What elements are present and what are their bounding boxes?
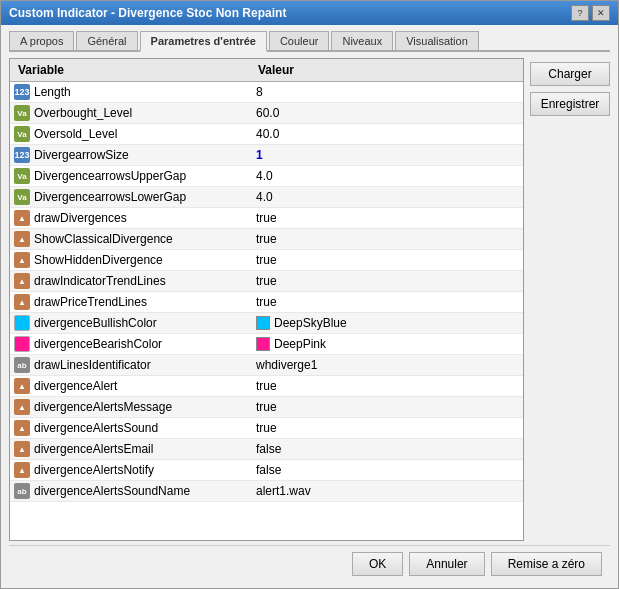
row-variable-cell: ▲divergenceAlertsNotify xyxy=(10,460,250,480)
row-variable-name: ShowHiddenDivergence xyxy=(34,253,163,267)
row-type-icon: ▲ xyxy=(14,252,30,268)
table-body: 123Length8VaOverbought_Level60.0VaOverso… xyxy=(10,82,523,502)
row-type-icon: ab xyxy=(14,483,30,499)
row-variable-name: divergenceAlertsSoundName xyxy=(34,484,190,498)
row-value-text: true xyxy=(256,211,277,225)
table-row[interactable]: ▲divergenceAlertsSoundtrue xyxy=(10,418,523,439)
row-type-icon: ▲ xyxy=(14,273,30,289)
table-row[interactable]: ▲divergenceAlerttrue xyxy=(10,376,523,397)
row-value-text: false xyxy=(256,463,281,477)
row-value-cell: false xyxy=(250,461,523,479)
table-row[interactable]: ▲ShowClassicalDivergencetrue xyxy=(10,229,523,250)
row-variable-cell: ▲ShowClassicalDivergence xyxy=(10,229,250,249)
row-variable-cell: ▲divergenceAlertsEmail xyxy=(10,439,250,459)
window-title: Custom Indicator - Divergence Stoc Non R… xyxy=(9,6,286,20)
row-value-text: true xyxy=(256,253,277,267)
col-variable: Variable xyxy=(14,61,254,79)
enregistrer-button[interactable]: Enregistrer xyxy=(530,92,610,116)
table-row[interactable]: VaDivergencearrowsLowerGap4.0 xyxy=(10,187,523,208)
ok-button[interactable]: OK xyxy=(352,552,403,576)
row-variable-cell: ▲ShowHiddenDivergence xyxy=(10,250,250,270)
row-variable-name: DivergencearrowsLowerGap xyxy=(34,190,186,204)
title-bar-buttons: ? ✕ xyxy=(571,5,610,21)
row-value-text: true xyxy=(256,274,277,288)
row-type-icon: ▲ xyxy=(14,399,30,415)
row-value-cell: alert1.wav xyxy=(250,482,523,500)
row-value-cell: true xyxy=(250,293,523,311)
row-variable-cell: abdrawLinesIdentificator xyxy=(10,355,250,375)
row-value-text: DeepPink xyxy=(274,337,326,351)
tab-parametres[interactable]: Parametres d'entrée xyxy=(140,31,267,52)
table-row[interactable]: abdrawLinesIdentificatorwhdiverge1 xyxy=(10,355,523,376)
row-type-icon: 123 xyxy=(14,84,30,100)
tab-bar: A propos Général Parametres d'entrée Cou… xyxy=(9,31,610,52)
help-button[interactable]: ? xyxy=(571,5,589,21)
row-variable-name: drawLinesIdentificator xyxy=(34,358,151,372)
table-header: Variable Valeur xyxy=(10,59,523,82)
row-value-cell: 60.0 xyxy=(250,104,523,122)
row-value-text: 8 xyxy=(256,85,263,99)
row-type-icon: 123 xyxy=(14,147,30,163)
row-type-icon xyxy=(14,336,30,352)
table-row[interactable]: ▲divergenceAlertsNotifyfalse xyxy=(10,460,523,481)
row-variable-name: drawDivergences xyxy=(34,211,127,225)
main-area: Variable Valeur 123Length8VaOverbought_L… xyxy=(9,58,610,541)
table-row[interactable]: 123DivergearrowSize1 xyxy=(10,145,523,166)
table-row[interactable]: VaOverbought_Level60.0 xyxy=(10,103,523,124)
row-value-cell: true xyxy=(250,272,523,290)
row-variable-cell: ▲divergenceAlert xyxy=(10,376,250,396)
row-value-cell: false xyxy=(250,440,523,458)
col-value: Valeur xyxy=(254,61,519,79)
row-variable-cell: VaDivergencearrowsUpperGap xyxy=(10,166,250,186)
color-swatch xyxy=(256,337,270,351)
tab-general[interactable]: Général xyxy=(76,31,137,50)
row-variable-name: divergenceBearishColor xyxy=(34,337,162,351)
table-row[interactable]: divergenceBearishColorDeepPink xyxy=(10,334,523,355)
table-row[interactable]: 123Length8 xyxy=(10,82,523,103)
row-type-icon: ▲ xyxy=(14,441,30,457)
table-row[interactable]: divergenceBullishColorDeepSkyBlue xyxy=(10,313,523,334)
remise-button[interactable]: Remise a zéro xyxy=(491,552,602,576)
charger-button[interactable]: Charger xyxy=(530,62,610,86)
row-type-icon xyxy=(14,315,30,331)
row-value-text: 4.0 xyxy=(256,190,273,204)
table-row[interactable]: ▲drawPriceTrendLinestrue xyxy=(10,292,523,313)
table-row[interactable]: ▲ShowHiddenDivergencetrue xyxy=(10,250,523,271)
row-value-text: whdiverge1 xyxy=(256,358,317,372)
row-variable-name: DivergencearrowsUpperGap xyxy=(34,169,186,183)
row-value-text: DeepSkyBlue xyxy=(274,316,347,330)
table-row[interactable]: VaDivergencearrowsUpperGap4.0 xyxy=(10,166,523,187)
row-value-cell: 8 xyxy=(250,83,523,101)
row-variable-name: drawPriceTrendLines xyxy=(34,295,147,309)
close-button[interactable]: ✕ xyxy=(592,5,610,21)
table-row[interactable]: VaOversold_Level40.0 xyxy=(10,124,523,145)
row-variable-cell: VaDivergencearrowsLowerGap xyxy=(10,187,250,207)
row-value-cell: true xyxy=(250,251,523,269)
row-value-text: 40.0 xyxy=(256,127,279,141)
row-type-icon: ▲ xyxy=(14,210,30,226)
row-variable-cell: VaOverbought_Level xyxy=(10,103,250,123)
row-variable-cell: ▲drawDivergences xyxy=(10,208,250,228)
row-value-cell: true xyxy=(250,398,523,416)
table-row[interactable]: ▲drawDivergencestrue xyxy=(10,208,523,229)
row-type-icon: ab xyxy=(14,357,30,373)
side-buttons: Charger Enregistrer xyxy=(530,58,610,541)
annuler-button[interactable]: Annuler xyxy=(409,552,484,576)
table-row[interactable]: ▲divergenceAlertsEmailfalse xyxy=(10,439,523,460)
row-variable-cell: ▲drawIndicatorTrendLines xyxy=(10,271,250,291)
table-row[interactable]: abdivergenceAlertsSoundNamealert1.wav xyxy=(10,481,523,502)
tab-visualisation[interactable]: Visualisation xyxy=(395,31,479,50)
row-type-icon: Va xyxy=(14,168,30,184)
row-variable-name: divergenceAlert xyxy=(34,379,117,393)
table-row[interactable]: ▲drawIndicatorTrendLinestrue xyxy=(10,271,523,292)
tab-couleur[interactable]: Couleur xyxy=(269,31,330,50)
row-variable-name: Overbought_Level xyxy=(34,106,132,120)
row-value-text: true xyxy=(256,379,277,393)
row-variable-cell: 123Length xyxy=(10,82,250,102)
table-row[interactable]: ▲divergenceAlertsMessagetrue xyxy=(10,397,523,418)
tab-apropos[interactable]: A propos xyxy=(9,31,74,50)
row-type-icon: ▲ xyxy=(14,378,30,394)
row-variable-name: drawIndicatorTrendLines xyxy=(34,274,166,288)
tab-niveaux[interactable]: Niveaux xyxy=(331,31,393,50)
row-value-cell: true xyxy=(250,209,523,227)
